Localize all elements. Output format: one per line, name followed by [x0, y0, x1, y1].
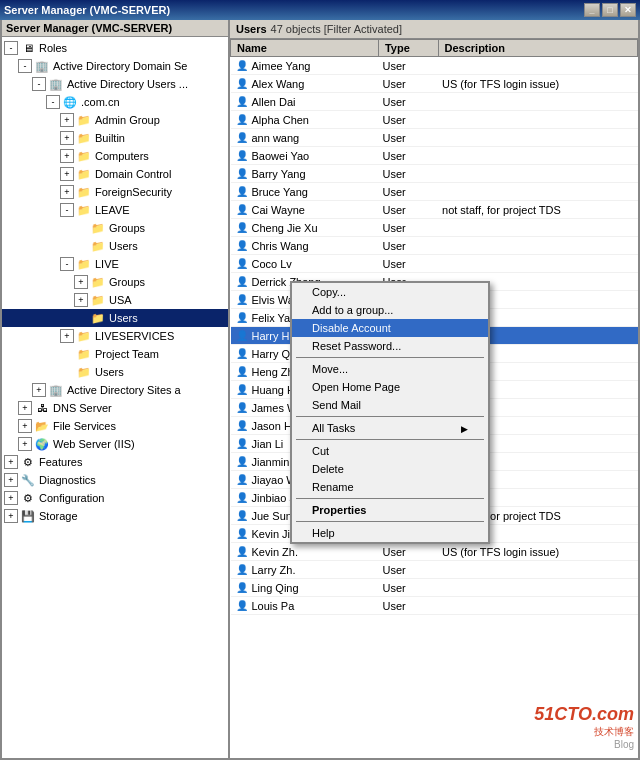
tree-item-roles[interactable]: - 🖥 Roles — [2, 39, 228, 57]
context-item-delete[interactable]: Delete — [292, 460, 488, 478]
tree-item-live[interactable]: - 📁 LIVE — [2, 255, 228, 273]
tree-item-leave-groups[interactable]: 📁 Groups — [2, 219, 228, 237]
table-row[interactable]: 👤 Allen Dai User — [231, 93, 638, 111]
expander-storage[interactable]: + — [4, 509, 18, 523]
expander-foreign-security[interactable]: + — [60, 185, 74, 199]
context-item-properties[interactable]: Properties — [292, 501, 488, 519]
tree-item-domain-control[interactable]: + 📁 Domain Control — [2, 165, 228, 183]
tree-item-live-users[interactable]: 📁 Users — [2, 309, 228, 327]
title-bar-buttons[interactable]: _ □ ✕ — [584, 3, 636, 17]
tree-item-com-cn[interactable]: - 🌐 .com.cn — [2, 93, 228, 111]
expander-domain-control[interactable]: + — [60, 167, 74, 181]
user-avatar-17: 👤 — [235, 365, 249, 379]
expander-computers[interactable]: + — [60, 149, 74, 163]
user-desc-cell-4 — [438, 129, 637, 147]
context-item-rename[interactable]: Rename — [292, 478, 488, 496]
table-row[interactable]: 👤 Baowei Yao User — [231, 147, 638, 165]
table-row[interactable]: 👤 Larry Zh. User — [231, 561, 638, 579]
tree-item-ad-users-root[interactable]: - 🏢 Active Directory Users ... — [2, 75, 228, 93]
tree-item-project-team[interactable]: 📁 Project Team — [2, 345, 228, 363]
tree-item-leave[interactable]: - 📁 LEAVE — [2, 201, 228, 219]
context-label-reset-password: Reset Password... — [312, 340, 401, 352]
table-row[interactable]: 👤 Cai Wayne User not staff, for project … — [231, 201, 638, 219]
expander-ad-sites[interactable]: + — [32, 383, 46, 397]
expander-roles[interactable]: - — [4, 41, 18, 55]
table-row[interactable]: 👤 Alex Wang User US (for TFS login issue… — [231, 75, 638, 93]
table-row[interactable]: 👤 Coco Lv User — [231, 255, 638, 273]
expander-dns-server[interactable]: + — [18, 401, 32, 415]
tree-icon-web-server: 🌍 — [34, 436, 50, 452]
expander-admin-group[interactable]: + — [60, 113, 74, 127]
expander-ad-domain[interactable]: - — [18, 59, 32, 73]
tree-item-diagnostics[interactable]: + 🔧 Diagnostics — [2, 471, 228, 489]
expander-configuration[interactable]: + — [4, 491, 18, 505]
tree-item-live-usa[interactable]: + 📁 USA — [2, 291, 228, 309]
context-item-add-to-group[interactable]: Add to a group... — [292, 301, 488, 319]
context-item-help[interactable]: Help — [292, 524, 488, 542]
tree-item-foreign-security[interactable]: + 📁 ForeignSecurity — [2, 183, 228, 201]
table-row[interactable]: 👤 Barry Yang User — [231, 165, 638, 183]
main-container: Server Manager (VMC-SERVER) - 🖥 Roles - … — [0, 20, 640, 760]
table-row[interactable]: 👤 Alpha Chen User — [231, 111, 638, 129]
expander-leave[interactable]: - — [60, 203, 74, 217]
user-avatar-24: 👤 — [235, 491, 249, 505]
tree-item-leave-users[interactable]: 📁 Users — [2, 237, 228, 255]
context-item-cut[interactable]: Cut — [292, 442, 488, 460]
expander-web-server[interactable]: + — [18, 437, 32, 451]
maximize-button[interactable]: □ — [602, 3, 618, 17]
user-type-cell-0: User — [378, 57, 438, 75]
context-item-send-mail[interactable]: Send Mail — [292, 396, 488, 414]
user-avatar-21: 👤 — [235, 437, 249, 451]
tree-item-web-server[interactable]: + 🌍 Web Server (IIS) — [2, 435, 228, 453]
tree-label-computers: Computers — [95, 150, 149, 162]
minimize-button[interactable]: _ — [584, 3, 600, 17]
tree-item-computers[interactable]: + 📁 Computers — [2, 147, 228, 165]
context-label-send-mail: Send Mail — [312, 399, 361, 411]
tree-item-admin-group[interactable]: + 📁 Admin Group — [2, 111, 228, 129]
close-button[interactable]: ✕ — [620, 3, 636, 17]
expander-file-services[interactable]: + — [18, 419, 32, 433]
tree-icon-live-groups: 📁 — [90, 274, 106, 290]
table-row[interactable]: 👤 Ling Qing User — [231, 579, 638, 597]
tree-item-liveservices[interactable]: + 📁 LIVESERVICES — [2, 327, 228, 345]
tree-icon-admin-group: 📁 — [76, 112, 92, 128]
tree-item-builtin[interactable]: + 📁 Builtin — [2, 129, 228, 147]
tree-item-live-groups[interactable]: + 📁 Groups — [2, 273, 228, 291]
expander-liveservices[interactable]: + — [60, 329, 74, 343]
user-name-11: Coco Lv — [252, 258, 292, 270]
user-avatar-22: 👤 — [235, 455, 249, 469]
table-row[interactable]: 👤 ann wang User — [231, 129, 638, 147]
col-name[interactable]: Name — [231, 40, 379, 57]
expander-live-groups[interactable]: + — [74, 275, 88, 289]
tree-item-file-services[interactable]: + 📂 File Services — [2, 417, 228, 435]
context-item-open-home[interactable]: Open Home Page — [292, 378, 488, 396]
table-row[interactable]: 👤 Cheng Jie Xu User — [231, 219, 638, 237]
tree-item-configuration[interactable]: + ⚙ Configuration — [2, 489, 228, 507]
expander-features[interactable]: + — [4, 455, 18, 469]
col-description[interactable]: Description — [438, 40, 637, 57]
context-item-move[interactable]: Move... — [292, 360, 488, 378]
tree-item-storage[interactable]: + 💾 Storage — [2, 507, 228, 525]
expander-live-usa[interactable]: + — [74, 293, 88, 307]
table-row[interactable]: 👤 Chris Wang User — [231, 237, 638, 255]
tree-item-ad-sites[interactable]: + 🏢 Active Directory Sites a — [2, 381, 228, 399]
expander-com-cn[interactable]: - — [46, 95, 60, 109]
expander-live[interactable]: - — [60, 257, 74, 271]
table-row[interactable]: 👤 Aimee Yang User — [231, 57, 638, 75]
context-item-copy[interactable]: Copy... — [292, 283, 488, 301]
expander-builtin[interactable]: + — [60, 131, 74, 145]
tree-item-users-folder[interactable]: 📁 Users — [2, 363, 228, 381]
tree-label-live: LIVE — [95, 258, 119, 270]
tree-item-ad-domain[interactable]: - 🏢 Active Directory Domain Se — [2, 57, 228, 75]
expander-ad-users-root[interactable]: - — [32, 77, 46, 91]
tree-item-dns-server[interactable]: + 🖧 DNS Server — [2, 399, 228, 417]
table-row[interactable]: 👤 Bruce Yang User — [231, 183, 638, 201]
context-item-all-tasks[interactable]: All Tasks — [292, 419, 488, 437]
col-type[interactable]: Type — [378, 40, 438, 57]
expander-diagnostics[interactable]: + — [4, 473, 18, 487]
tree-item-features[interactable]: + ⚙ Features — [2, 453, 228, 471]
table-row[interactable]: 👤 Louis Pa User — [231, 597, 638, 615]
context-item-reset-password[interactable]: Reset Password... — [292, 337, 488, 355]
context-item-disable-account[interactable]: Disable Account — [292, 319, 488, 337]
table-row[interactable]: 👤 Kevin Zh. User US (for TFS login issue… — [231, 543, 638, 561]
